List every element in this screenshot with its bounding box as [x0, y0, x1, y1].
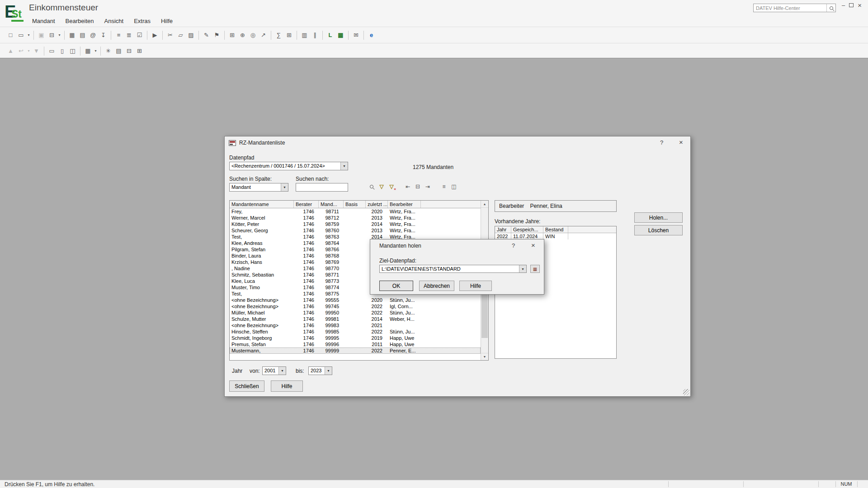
sum-icon[interactable]: ∑ [274, 30, 284, 40]
abbrechen-button[interactable]: Abbrechen [419, 281, 454, 291]
filter-clear-icon[interactable]: ▽× [387, 182, 396, 192]
column-header-5[interactable]: Bearbeiter [388, 201, 421, 208]
menu-item-extras[interactable]: Extras [132, 17, 152, 25]
minimize-button[interactable]: – [842, 2, 845, 9]
schliessen-button[interactable]: Schließen [229, 380, 264, 392]
modal-hilfe-button[interactable]: Hilfe [459, 281, 492, 291]
table-row[interactable]: Müller, Michael1746999502022Stünn, Ju... [230, 310, 481, 316]
layout-icon[interactable]: ▦ [83, 46, 93, 56]
search-column-combobox[interactable]: Mandant ▼ [229, 183, 288, 192]
datenpfad-combobox[interactable]: <Rechenzentrum / 0001746 / 15.07.2024> ▼ [229, 162, 348, 170]
calculator-icon[interactable]: ▦ [335, 30, 346, 40]
column-header-2[interactable]: Mand... [319, 201, 344, 208]
insert-row-icon[interactable]: ⊞ [227, 30, 237, 40]
ok-button[interactable]: OK [379, 281, 413, 291]
holen-button[interactable]: Holen... [634, 212, 683, 223]
dialog-hilfe-button[interactable]: Hilfe [271, 380, 303, 392]
scroll-down-icon[interactable]: ▼ [481, 353, 488, 360]
open-icon[interactable]: ▭ [16, 30, 26, 40]
attach-icon[interactable]: ⊕ [237, 30, 248, 40]
resize-grip[interactable] [683, 389, 689, 395]
search-icon[interactable] [367, 182, 377, 192]
list-settings-icon[interactable]: ≡ [439, 182, 449, 192]
open-caret-icon[interactable]: ▾ [26, 30, 31, 40]
cut-icon[interactable]: ✂ [165, 30, 175, 40]
table-row[interactable]: Werner, Marcel1746987122013Wirtz, Fra... [230, 215, 481, 221]
save-icon[interactable]: ▣ [36, 30, 47, 40]
search-input[interactable] [296, 183, 348, 192]
jahre-column-header-0[interactable]: Jahr [495, 226, 511, 233]
feedback-icon[interactable]: ✉ [351, 30, 361, 40]
jahr-von-combobox[interactable]: 2001 ▼ [262, 366, 286, 375]
maximize-button[interactable] [849, 3, 854, 7]
table-row[interactable]: Kötter, Peter1746987592014Wirtz, Fra... [230, 221, 481, 227]
calculate-icon[interactable]: ▶ [150, 30, 160, 40]
checklist-icon[interactable]: ☑ [134, 30, 145, 40]
table-view-icon[interactable]: ▦ [67, 30, 77, 40]
zoom-icon[interactable]: ◎ [248, 30, 258, 40]
export-icon[interactable]: ↧ [98, 30, 108, 40]
chevron-down-icon[interactable]: ▼ [325, 367, 332, 375]
datev-net-icon[interactable]: e [366, 30, 377, 40]
grid-icon[interactable]: ⊞ [284, 30, 294, 40]
chevron-down-icon[interactable]: ▼ [519, 265, 526, 272]
chevron-down-icon[interactable]: ▼ [340, 162, 348, 170]
layout-caret-icon[interactable]: ▾ [93, 46, 98, 56]
tools-icon[interactable]: ↗ [258, 30, 269, 40]
email-icon[interactable]: @ [88, 30, 98, 40]
filter-edit-icon[interactable]: ▽ [377, 182, 387, 192]
previous-icon[interactable]: ▲ [5, 46, 16, 56]
next-icon[interactable]: ▼ [31, 46, 42, 56]
copy-view-icon[interactable]: ⊞ [134, 46, 145, 56]
modal-close-button[interactable]: × [531, 241, 535, 249]
comment-icon[interactable]: ✎ [201, 30, 212, 40]
window-view-1-icon[interactable]: ▭ [47, 46, 57, 56]
column-header-1[interactable]: Berater [294, 201, 319, 208]
menu-item-hilfe[interactable]: Hilfe [159, 17, 175, 25]
loeschen-button[interactable]: Löschen [634, 225, 683, 235]
print-list-icon[interactable]: ⊟ [413, 182, 423, 192]
ziel-datenpfad-combobox[interactable]: L:\DATEV\DATEN\EST\STANDARD ▼ [379, 265, 527, 273]
form-view-icon[interactable]: ▤ [77, 30, 88, 40]
table-row[interactable]: Premus, Stefan1746999962011Happ, Uwe [230, 341, 481, 347]
undo-icon[interactable]: ↩ [16, 46, 26, 56]
new-document-icon[interactable]: □ [5, 30, 16, 40]
help-search[interactable] [753, 4, 836, 12]
scroll-up-icon[interactable]: ▲ [481, 201, 488, 208]
print-caret-icon[interactable]: ▾ [57, 30, 62, 40]
help-search-button[interactable] [826, 4, 835, 12]
table-row[interactable]: Mustermann,1746999992022Penner, E... [230, 347, 481, 354]
jahre-column-header-2[interactable]: Bestand [543, 226, 568, 233]
table-row[interactable]: Hinsche, Steffen1746999852022Stünn, Ju..… [230, 328, 481, 335]
window-view-2-icon[interactable]: ▯ [57, 46, 67, 56]
modal-help-button[interactable]: ? [512, 242, 515, 249]
menu-item-mandant[interactable]: Mandant [30, 17, 57, 25]
menu-item-bearbeiten[interactable]: Bearbeiten [64, 17, 96, 25]
chevron-down-icon[interactable]: ▼ [281, 183, 288, 191]
help-search-input[interactable] [754, 4, 826, 12]
print-icon[interactable]: ⊟ [47, 30, 57, 40]
print-view-icon[interactable]: ⊟ [124, 46, 134, 56]
table-row[interactable]: Schulze, Mutter1746999812014Weber, H... [230, 316, 481, 322]
lexinform-icon[interactable]: L [325, 30, 335, 40]
list-view-icon[interactable]: ≡ [113, 30, 124, 40]
jahre-table-row[interactable]: 202211.07.2024WIN [495, 233, 616, 239]
column-header-0[interactable]: Mandantenname [230, 201, 294, 208]
new-window-icon[interactable]: ✳ [103, 46, 113, 56]
dialog-help-button[interactable]: ? [660, 139, 663, 146]
menu-item-ansicht[interactable]: Ansicht [102, 17, 125, 25]
document-icon[interactable]: ▥ [299, 30, 310, 40]
chevron-down-icon[interactable]: ▼ [278, 367, 286, 375]
detail-view-icon[interactable]: ≣ [124, 30, 134, 40]
dialog-close-button[interactable]: × [679, 138, 683, 146]
preview-icon[interactable]: ▤ [113, 46, 124, 56]
flag-icon[interactable]: ⚑ [212, 30, 222, 40]
column-header-3[interactable]: Basis [344, 201, 366, 208]
table-row[interactable]: <ohne Bezeichnung>1746995552020Stünn, Ju… [230, 297, 481, 303]
table-row[interactable]: <ohne Bezeichnung>1746999832021 [230, 322, 481, 328]
barcode-icon[interactable]: ∥ [310, 30, 320, 40]
table-row[interactable]: Scheurer, Georg1746987602013Wirtz, Fra..… [230, 227, 481, 234]
table-row[interactable]: Frey,1746987112020Wirtz, Fra... [230, 208, 481, 215]
browse-button[interactable]: ▦ [530, 265, 540, 273]
paste-icon[interactable]: ▨ [186, 30, 196, 40]
